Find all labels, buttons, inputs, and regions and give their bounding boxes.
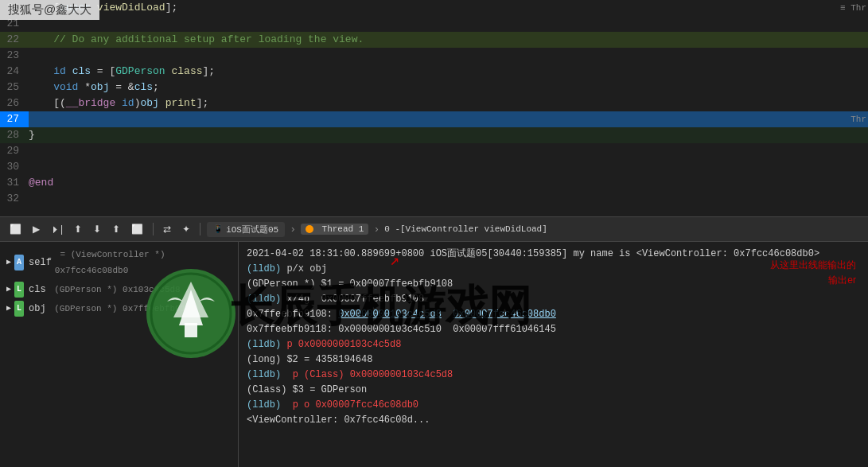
code-line-21: 21 bbox=[0, 16, 868, 32]
code-line-30: 30 bbox=[0, 159, 868, 175]
step-over-btn[interactable]: ⏵| bbox=[48, 222, 66, 236]
code-line-24: 24 id cls = [GDPerson class]; bbox=[0, 64, 868, 80]
var-arrow-cls: ▶ bbox=[6, 282, 11, 298]
var-badge-cls: L bbox=[14, 282, 24, 298]
console-line-2: (lldb) p/x obj bbox=[247, 262, 860, 277]
console-line-4: (lldb) x/4g 0x00007ffeebfb9108 bbox=[247, 292, 860, 307]
console-line-1: 2021-04-02 18:31:00.889699+0800 iOS面试题05… bbox=[247, 247, 860, 262]
code-line-20: 20 [super viewDidLoad]; bbox=[0, 0, 868, 16]
console-line-12: <ViewController: 0x7fcc46c08d... bbox=[247, 413, 860, 428]
var-arrow-self: ▶ bbox=[6, 255, 11, 270]
toolbar-sep-2 bbox=[200, 223, 200, 235]
console-line-8: (long) $2 = 4358194648 bbox=[247, 352, 860, 368]
thread-path-sep: › bbox=[373, 224, 380, 235]
thread-label: Thread 1 bbox=[322, 224, 364, 234]
console-line-7: (lldb) p 0x0000000103c4c5d8 bbox=[247, 337, 860, 352]
app-container: 20 [super viewDidLoad]; 21 22 // Do any … bbox=[0, 0, 868, 467]
var-item-self: ▶ A self = (ViewController *) 0x7fcc46c0… bbox=[0, 245, 238, 280]
thread-path: 📱 iOS面试题05 bbox=[207, 222, 285, 237]
var-type-self: = (ViewController *) 0x7fcc46c08db0 bbox=[55, 247, 232, 278]
step-out-btn[interactable]: ⬇ bbox=[90, 222, 104, 236]
console-panel[interactable]: 2021-04-02 18:31:00.889699+0800 iOS面试题05… bbox=[239, 242, 868, 467]
console-line-3: (GDPerson *) $1 = 0x00007ffeebfb9108 bbox=[247, 277, 860, 292]
variables-panel: ▶ A self = (ViewController *) 0x7fcc46c0… bbox=[0, 242, 239, 467]
top-watermark: 搜狐号@鑫大大 bbox=[0, 0, 99, 20]
console-line-5: 0x7ffeebfb9108: 0x0000000103c4c5d8 0x000… bbox=[247, 307, 860, 322]
code-line-23: 23 bbox=[0, 48, 868, 64]
code-editor: 20 [super viewDidLoad]; 21 22 // Do any … bbox=[0, 0, 868, 216]
breakpoint-btn[interactable]: ⬜ bbox=[128, 222, 146, 236]
var-item-cls: ▶ L cls (GDPerson *) 0x103c4c5d8 bbox=[0, 280, 238, 299]
path-label: iOS面试题05 bbox=[226, 224, 278, 235]
share-btn[interactable]: ⇄ bbox=[160, 222, 174, 236]
code-line-25: 25 void *obj = &cls; bbox=[0, 80, 868, 95]
continue-btn[interactable]: ▶ bbox=[29, 222, 43, 236]
ios-icon: 📱 bbox=[213, 224, 223, 234]
var-name-self: self bbox=[29, 255, 52, 270]
var-arrow-obj: ▶ bbox=[6, 301, 11, 317]
console-line-11: (lldb) p o 0x00007fcc46c08db0 bbox=[247, 398, 860, 413]
var-badge-self: A bbox=[14, 255, 24, 270]
debug-toolbar: ⬜ ▶ ⏵| ⬆ ⬇ ⬆ ⬜ ⇄ ✦ 📱 iOS面试题05 › Thread 1… bbox=[0, 216, 868, 242]
function-label: 0 -[ViewController viewDidLoad] bbox=[384, 224, 547, 234]
toolbar-sep-1 bbox=[153, 223, 154, 235]
var-name-cls: cls bbox=[29, 282, 46, 298]
code-line-26: 26 [(__bridge id)obj print]; bbox=[0, 95, 868, 111]
thread-indicator: Thr bbox=[850, 111, 866, 127]
step-up-btn[interactable]: ⬆ bbox=[109, 222, 123, 236]
var-item-obj: ▶ L obj (GDPerson *) 0x7ffeebfb9108 bbox=[0, 299, 238, 318]
toggle-view-btn[interactable]: ⬜ bbox=[6, 222, 25, 236]
var-type-cls: (GDPerson *) 0x103c4c5d8 bbox=[49, 282, 181, 298]
var-type-obj: (GDPerson *) 0x7ffeebfb9108 bbox=[49, 301, 197, 317]
step-into-btn[interactable]: ⬆ bbox=[71, 222, 85, 236]
code-line-28: 28 } ≡ Thr bbox=[0, 127, 868, 143]
code-line-22: 22 // Do any additional setup after load… bbox=[0, 32, 868, 48]
code-line-32: 32 bbox=[0, 191, 868, 207]
thread-badge: Thread 1 bbox=[301, 224, 368, 235]
console-line-9: (lldb) p (Class) 0x0000000103c4c5d8 bbox=[247, 368, 860, 383]
code-line-31: 31 @end bbox=[0, 175, 868, 191]
console-line-10: (Class) $3 = GDPerson bbox=[247, 383, 860, 398]
code-line-27-current: 27 Thr bbox=[0, 111, 868, 127]
var-name-obj: obj bbox=[29, 301, 46, 317]
location-btn[interactable]: ✦ bbox=[179, 222, 193, 236]
var-badge-obj: L bbox=[14, 301, 24, 317]
code-line-29: 29 bbox=[0, 143, 868, 159]
path-separator: › bbox=[290, 224, 296, 235]
debug-panel: ▶ A self = (ViewController *) 0x7fcc46c0… bbox=[0, 242, 868, 467]
console-line-6: 0x7ffeebfb9118: 0x0000000103c4c510 0x000… bbox=[247, 322, 860, 337]
